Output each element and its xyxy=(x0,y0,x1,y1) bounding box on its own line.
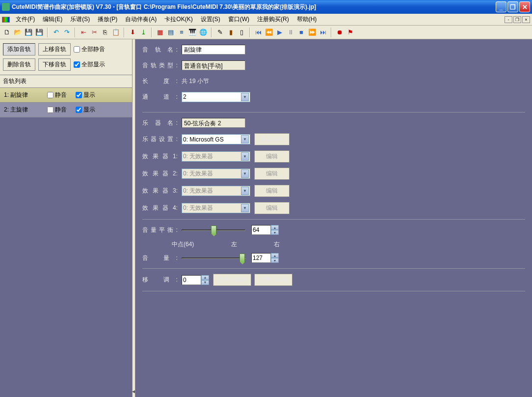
move-down-button[interactable]: 下移音轨 xyxy=(38,58,71,71)
left-label: 左 xyxy=(231,240,237,249)
pause-icon[interactable]: ⏸ xyxy=(286,28,295,37)
tool3-icon[interactable]: ▯ xyxy=(237,28,246,37)
rewind-icon[interactable]: ⏪ xyxy=(264,28,274,37)
menu-help[interactable]: 帮助(H) xyxy=(293,14,321,25)
vol-spinner[interactable]: ▲▼ xyxy=(251,253,279,263)
main-panel: 音 轨 名: 音轨类型: 普通音轨[手动] 长 度: 共 19 小节 通 道: … xyxy=(135,39,532,397)
track-name-input[interactable] xyxy=(182,45,245,55)
record-icon[interactable]: ⏺ xyxy=(335,28,345,37)
fx2-label: 效 果 器 2: xyxy=(142,170,178,178)
new-icon[interactable]: 🗋 xyxy=(2,28,12,37)
stop-icon[interactable]: ■ xyxy=(296,28,306,37)
spin-up-icon: ▲ xyxy=(271,253,279,258)
track-mute-checkbox[interactable]: 静音 xyxy=(47,91,67,99)
track-row[interactable]: 1: 副旋律 静音 显示 xyxy=(0,88,132,103)
close-button[interactable]: ✕ xyxy=(519,1,530,12)
spin-up-icon: ▲ xyxy=(201,275,209,280)
globe-icon[interactable]: 🌐 xyxy=(198,28,208,37)
length-value: 共 19 小节 xyxy=(182,77,209,85)
menu-karaoke[interactable]: 卡拉OK(K) xyxy=(160,14,196,25)
chevron-down-icon: ▼ xyxy=(241,187,249,195)
paste-icon[interactable]: 📋 xyxy=(111,28,121,37)
menu-register[interactable]: 注册购买(R) xyxy=(253,14,293,25)
undo-icon[interactable]: ↶ xyxy=(51,28,61,37)
splitter[interactable] xyxy=(133,39,135,397)
track-show-checkbox[interactable]: 显示 xyxy=(76,106,95,114)
last-icon[interactable]: ⏭ xyxy=(318,28,328,37)
flag-icon[interactable]: ⚑ xyxy=(346,28,355,37)
fx4-edit-button: 编辑 xyxy=(254,202,290,214)
track-row[interactable]: 2: 主旋律 静音 显示 xyxy=(0,103,132,117)
view2-icon[interactable]: ▤ xyxy=(166,28,176,37)
fx1-label: 效 果 器 1: xyxy=(142,152,178,161)
first-icon[interactable]: ⏮ xyxy=(253,28,263,37)
fx3-select: 0: 无效果器▼ xyxy=(182,186,250,196)
track-name: 1: 副旋律 xyxy=(4,91,38,99)
menu-score[interactable]: 乐谱(S) xyxy=(66,14,94,25)
menu-settings[interactable]: 设置(S) xyxy=(197,14,224,25)
pan-label: 音量平衡: xyxy=(142,226,178,234)
chevron-down-icon: ▼ xyxy=(241,204,249,212)
maximize-button[interactable]: ❐ xyxy=(507,1,518,12)
minimize-button[interactable]: _ xyxy=(496,1,506,12)
track-list: 1: 副旋律 静音 显示 2: 主旋律 静音 显示 xyxy=(0,88,132,397)
track-show-checkbox[interactable]: 显示 xyxy=(76,91,95,99)
track-type-label: 音轨类型: xyxy=(142,61,178,70)
menu-edit[interactable]: 编辑(E) xyxy=(39,14,66,25)
keyboard-icon[interactable]: 🎹 xyxy=(187,28,197,37)
inst-set-label: 乐器设置: xyxy=(142,135,178,143)
track-mute-checkbox[interactable]: 静音 xyxy=(47,106,67,114)
copy-icon[interactable]: ⎘ xyxy=(100,28,110,37)
track-type-field: 普通音轨[手动] xyxy=(182,60,245,70)
forward-icon[interactable]: ⏩ xyxy=(307,28,317,37)
redo-icon[interactable]: ↷ xyxy=(62,28,72,37)
adjust-all-button[interactable]: 调整所有轨 xyxy=(254,274,293,286)
midpoint-label: 中点(64) xyxy=(172,240,194,249)
menu-window[interactable]: 窗口(W) xyxy=(224,14,253,25)
all-show-checkbox[interactable]: 全部显示 xyxy=(74,60,105,69)
delete-track-button[interactable]: 删除音轨 xyxy=(3,58,35,71)
play-icon[interactable]: ▶ xyxy=(275,28,285,37)
add-track-button[interactable]: 添加音轨 xyxy=(3,43,35,56)
view1-icon[interactable]: ▦ xyxy=(155,28,165,37)
inst-name-field: 50-弦乐合奏 2 xyxy=(182,118,245,128)
fx1-edit-button: 编辑 xyxy=(254,150,290,163)
fx4-label: 效 果 器 4: xyxy=(142,204,178,212)
transpose-spinner[interactable]: ▲▼ xyxy=(182,275,209,285)
length-label: 长 度: xyxy=(142,77,178,85)
fx1-select: 0: 无效果器▼ xyxy=(182,151,250,162)
spin-down-icon: ▼ xyxy=(201,280,209,285)
download-icon[interactable]: ⬇ xyxy=(128,28,137,37)
mdi-close[interactable]: × xyxy=(522,16,530,23)
right-label: 右 xyxy=(274,240,280,249)
saveas-icon[interactable]: 💾 xyxy=(34,28,44,37)
open-icon[interactable]: 📂 xyxy=(13,28,23,37)
channel-select[interactable]: 2▼ xyxy=(182,92,250,102)
chevron-down-icon: ▼ xyxy=(241,93,249,101)
save-icon[interactable]: 💾 xyxy=(24,28,33,37)
mdi-restore[interactable]: ❐ xyxy=(513,16,521,23)
adjust-current-button[interactable]: 调整当前轨 xyxy=(213,274,251,286)
cut-icon[interactable]: ✂ xyxy=(89,28,99,37)
tool1-icon[interactable]: ✎ xyxy=(215,28,225,37)
toolbar: 🗋 📂 💾 💾 ↶ ↷ ⇤ ✂ ⎘ 📋 ⬇ ⤓ ▦ ▤ ≡ 🎹 🌐 ✎ ▮ ▯ … xyxy=(0,26,532,39)
import-icon[interactable]: ⤓ xyxy=(138,28,148,37)
pan-spinner[interactable]: ▲▼ xyxy=(251,225,279,235)
menu-play[interactable]: 播放(P) xyxy=(94,14,121,25)
cut-prev-icon[interactable]: ⇤ xyxy=(79,28,88,37)
view3-icon[interactable]: ≡ xyxy=(177,28,186,37)
app-menu-icon xyxy=(2,17,10,23)
menu-file[interactable]: 文件(F) xyxy=(12,14,39,25)
inst-select-button[interactable]: 乐器选择 xyxy=(254,133,290,145)
pan-slider[interactable] xyxy=(182,225,245,235)
tool2-icon[interactable]: ▮ xyxy=(226,28,236,37)
all-mute-checkbox[interactable]: 全部静音 xyxy=(74,45,105,54)
chevron-down-icon: ▼ xyxy=(241,152,249,161)
track-name-label: 音 轨 名: xyxy=(142,46,178,54)
vol-slider[interactable] xyxy=(182,253,245,263)
menu-accomp[interactable]: 自动伴奏(A) xyxy=(121,14,160,25)
mdi-minimize[interactable]: - xyxy=(505,16,512,23)
app-icon xyxy=(2,3,10,11)
inst-set-select[interactable]: 0: Microsoft GS▼ xyxy=(182,134,250,144)
move-up-button[interactable]: 上移音轨 xyxy=(38,43,71,56)
